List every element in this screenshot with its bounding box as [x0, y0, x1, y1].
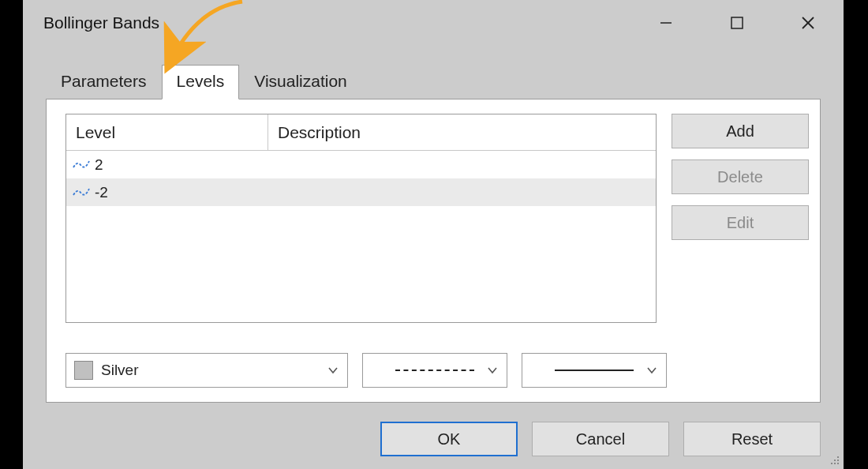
svg-rect-8	[834, 463, 836, 464]
line-style-select[interactable]	[362, 353, 507, 388]
table-row[interactable]: -2	[66, 178, 656, 206]
resize-grip[interactable]	[828, 453, 842, 467]
line-width-select[interactable]	[522, 353, 667, 388]
dialog-window: Bollinger Bands Parameters Levels Visual…	[23, 0, 844, 469]
close-button[interactable]	[773, 0, 844, 46]
minimize-button[interactable]	[630, 0, 702, 46]
cancel-button[interactable]: Cancel	[532, 422, 669, 456]
svg-rect-1	[731, 17, 743, 28]
window-title: Bollinger Bands	[43, 13, 159, 32]
svg-rect-7	[831, 463, 832, 464]
levels-table[interactable]: Level Description 2	[65, 114, 657, 323]
chevron-down-icon	[327, 364, 339, 377]
color-select[interactable]: Silver	[65, 353, 348, 388]
maximize-icon	[730, 16, 744, 30]
chevron-down-icon	[486, 364, 499, 377]
level-value: 2	[95, 156, 103, 174]
footer-buttons: OK Cancel Reset	[380, 422, 821, 456]
level-line-icon	[73, 159, 88, 171]
window-controls	[630, 0, 844, 46]
maximize-button[interactable]	[702, 0, 773, 46]
table-row[interactable]: 2	[66, 151, 656, 178]
delete-button[interactable]: Delete	[672, 159, 809, 194]
line-style-controls: Silver	[65, 353, 667, 388]
tab-strip: Parameters Levels Visualization	[46, 63, 362, 99]
svg-rect-5	[834, 460, 836, 461]
tab-levels[interactable]: Levels	[162, 65, 240, 99]
chevron-down-icon	[645, 364, 658, 377]
tab-visualization[interactable]: Visualization	[239, 65, 362, 99]
table-body: 2 -2	[66, 151, 656, 206]
minimize-icon	[658, 15, 674, 31]
table-header: Level Description	[66, 114, 656, 151]
close-icon	[800, 15, 816, 31]
tab-parameters[interactable]: Parameters	[46, 65, 162, 99]
side-buttons: Add Delete Edit	[672, 114, 809, 240]
ok-button[interactable]: OK	[380, 422, 518, 456]
edit-button[interactable]: Edit	[672, 205, 809, 240]
add-button[interactable]: Add	[672, 114, 809, 148]
column-header-description[interactable]: Description	[268, 114, 656, 150]
dashed-line-preview	[395, 370, 474, 371]
level-value: -2	[95, 184, 108, 201]
solid-line-preview	[555, 370, 634, 371]
color-name: Silver	[101, 362, 139, 379]
level-line-icon	[73, 186, 88, 199]
tab-content-levels: Level Description 2	[46, 99, 821, 403]
svg-rect-4	[837, 456, 839, 458]
svg-rect-6	[837, 460, 839, 461]
color-swatch	[74, 361, 93, 380]
title-bar[interactable]: Bollinger Bands	[23, 0, 844, 46]
svg-rect-9	[837, 463, 839, 464]
reset-button[interactable]: Reset	[683, 422, 821, 456]
column-header-level[interactable]: Level	[66, 114, 268, 150]
